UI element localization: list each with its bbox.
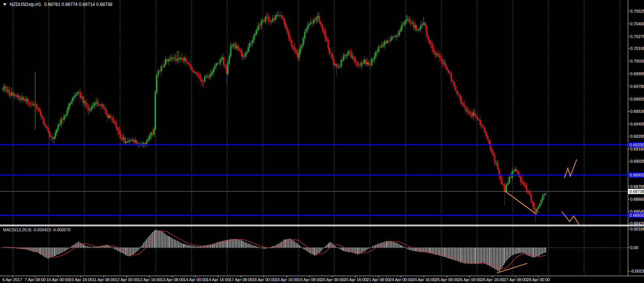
- time-axis-label: 25 Apr 08:00: [435, 277, 458, 282]
- axis-frame: [0, 0, 644, 277]
- time-axis-label: 28 Apr 00:00: [527, 277, 550, 282]
- time-axis-label: 18 Apr 00:00: [252, 277, 275, 282]
- macd-indicator-label: MACD(12,26,9) -0.000423 -0.000570: [3, 228, 71, 232]
- time-axis-label: 20 Apr 00:00: [321, 277, 344, 282]
- panel-separator[interactable]: [0, 225, 644, 226]
- price-axis-label: 0.68420: [630, 221, 644, 226]
- time-axis-label: 12 Apr 16:00: [138, 277, 161, 282]
- time-axis-label: 7 Apr 08:00: [25, 277, 45, 282]
- time-axis-label: 20 Apr 16:00: [344, 277, 367, 282]
- line-price-badge: 0.69200: [628, 142, 644, 147]
- symbol-dropdown-icon[interactable]: [3, 3, 7, 6]
- price-axis-label: 0.69780: [630, 84, 644, 89]
- price-axis-label: 0.70400: [630, 22, 644, 26]
- price-axis-label: 0.70525: [630, 9, 644, 13]
- time-axis-label: 26 Apr 16:00: [481, 277, 504, 282]
- time-axis-label: 17 Apr 08:00: [229, 277, 252, 282]
- time-axis-label: 12 Apr 00:00: [115, 277, 138, 282]
- chart-title: NZDUSDstp,H1 0.68761 0.68774 0.68714 0.6…: [3, 2, 112, 7]
- time-axis-label: 24 Apr 16:00: [412, 277, 435, 282]
- time-axis-label: 11 Apr 08:00: [92, 277, 115, 282]
- macd-axis-label: 0.00: [630, 245, 638, 250]
- grid-lines: [13, 0, 620, 276]
- candlestick-series: [3, 11, 546, 223]
- time-axis-label: 19 Apr 08:00: [298, 277, 321, 282]
- time-axis-label: 14 Apr 00:00: [184, 277, 207, 282]
- price-axis-label: 0.70155: [630, 46, 644, 51]
- line-price-badge: 0.68500: [628, 213, 644, 218]
- price-axis-label: 0.69035: [630, 159, 644, 163]
- price-axis-label: 0.69905: [630, 71, 644, 76]
- time-axis-label: 13 Apr 08:00: [161, 277, 184, 282]
- ohlc-values: 0.68761 0.68774 0.68714 0.68738: [44, 2, 113, 7]
- chart-canvas[interactable]: [0, 0, 644, 283]
- macd-indicator: [0, 230, 628, 271]
- price-axis-label: 0.68785: [630, 184, 644, 189]
- time-axis-label: 10 Apr 00:00: [46, 277, 70, 282]
- price-axis-label: 0.69530: [630, 109, 644, 114]
- mt4-chart-window: NZDUSDstp,H1 0.68761 0.68774 0.68714 0.6…: [0, 0, 644, 283]
- time-axis-label: 18 Apr 16:00: [275, 277, 298, 282]
- time-axis-label: 21 Apr 08:00: [367, 277, 390, 282]
- price-axis-label: 0.69405: [630, 122, 644, 126]
- time-axis-label: 26 Apr 00:00: [458, 277, 481, 282]
- time-axis-label: 10 Apr 16:00: [69, 277, 92, 282]
- price-axis-label: 0.69285: [630, 134, 644, 139]
- price-axis-label: 0.70275: [630, 34, 644, 39]
- time-axis-label: 14 Apr 16:00: [206, 277, 229, 282]
- time-axis-label: 27 Apr 08:00: [504, 277, 527, 282]
- time-axis-label: 24 Apr 00:00: [389, 277, 412, 282]
- current-price-badge: 0.68738: [628, 189, 644, 194]
- trendline-object[interactable]: [497, 263, 527, 273]
- trendline-object[interactable]: [562, 212, 579, 225]
- price-axis-label: 0.69655: [630, 97, 644, 101]
- time-axis-label: 6 Apr 2017: [2, 277, 22, 282]
- price-axis-label: 0.68660: [630, 197, 644, 201]
- macd-axis-label: -0.002356: [630, 269, 644, 273]
- macd-axis-label: 0.001865: [630, 227, 644, 231]
- line-price-badge: 0.68900: [628, 172, 644, 178]
- price-axis-label: 0.70030: [630, 59, 644, 63]
- symbol-period-label: NZDUSDstp,H1: [10, 2, 41, 7]
